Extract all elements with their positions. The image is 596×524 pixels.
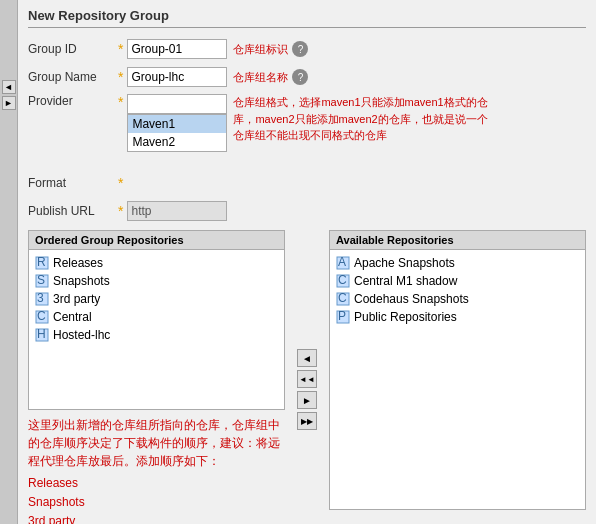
move-right-btn[interactable]: ►	[297, 391, 317, 409]
group-name-required: *	[118, 69, 123, 85]
group-id-input[interactable]	[127, 39, 227, 59]
format-label: Format	[28, 176, 118, 190]
provider-input[interactable]	[127, 94, 227, 114]
available-repo-apache[interactable]: A Apache Snapshots	[334, 254, 581, 272]
provider-row: Provider * Maven1 Maven2 仓库组格式，选择maven1只…	[28, 94, 586, 144]
group-name-hint: 仓库组名称	[233, 70, 288, 84]
available-panel-body: A Apache Snapshots C Central M1 shadow C…	[330, 250, 585, 390]
repo-icon-hosted-lhc: H	[35, 328, 49, 342]
provider-required: *	[118, 94, 123, 110]
repo-icon-apache: A	[336, 256, 350, 270]
group-id-hint: 仓库组标识	[233, 42, 288, 56]
main-content: New Repository Group Group ID * 仓库组标识 ? …	[18, 0, 596, 524]
page-title: New Repository Group	[28, 8, 586, 28]
svg-text:C: C	[338, 292, 347, 305]
available-repo-codehaus[interactable]: C Codehaus Snapshots	[334, 290, 581, 308]
move-all-left-btn[interactable]: ◄◄	[297, 370, 317, 388]
repo-icon-3rdparty: 3	[35, 292, 49, 306]
available-panel-header: Available Repositories	[330, 231, 585, 250]
repo-icon-codehaus: C	[336, 292, 350, 306]
available-panel-container: Available Repositories A Apache Snapshot…	[329, 230, 586, 525]
repositories-panels: Ordered Group Repositories R Releases S …	[28, 230, 586, 525]
ordered-repo-3rdparty[interactable]: 3 3rd party	[33, 290, 280, 308]
ordered-repo-releases[interactable]: R Releases	[33, 254, 280, 272]
ordered-repo-snapshots[interactable]: S Snapshots	[33, 272, 280, 290]
ordered-panel-header: Ordered Group Repositories	[29, 231, 284, 250]
provider-hint: 仓库组格式，选择maven1只能添加maven1格式的仓库，maven2只能添加…	[233, 94, 493, 144]
svg-text:C: C	[338, 274, 347, 287]
format-row: Format *	[28, 172, 586, 194]
publish-url-input[interactable]	[127, 201, 227, 221]
publish-url-required: *	[118, 203, 123, 219]
ordered-add-order: Releases Snapshots 3rd party Cental	[28, 474, 285, 525]
transfer-buttons: ◄ ◄◄ ► ▶▶	[293, 230, 321, 525]
provider-label: Provider	[28, 94, 118, 108]
ordered-repo-hosted-lhc[interactable]: H Hosted-lhc	[33, 326, 280, 344]
svg-text:3: 3	[37, 292, 44, 305]
left-sidebar: ◄ ►	[0, 0, 18, 524]
format-maven2-option[interactable]: Maven2	[128, 133, 226, 151]
move-left-btn[interactable]: ◄	[297, 349, 317, 367]
ordered-panel-body: R Releases S Snapshots 3 3rd party C	[29, 250, 284, 390]
repo-icon-snapshots: S	[35, 274, 49, 288]
format-required: *	[118, 175, 123, 191]
publish-url-row: Publish URL *	[28, 200, 586, 222]
group-name-help-icon[interactable]: ?	[292, 69, 308, 85]
group-id-help-icon[interactable]: ?	[292, 41, 308, 57]
repo-icon-central-m1: C	[336, 274, 350, 288]
group-id-row: Group ID * 仓库组标识 ?	[28, 38, 586, 60]
group-name-row: Group Name * 仓库组名称 ?	[28, 66, 586, 88]
available-panel: Available Repositories A Apache Snapshot…	[329, 230, 586, 511]
available-repo-central-m1[interactable]: C Central M1 shadow	[334, 272, 581, 290]
ordered-panel-container: Ordered Group Repositories R Releases S …	[28, 230, 285, 525]
repo-icon-public: P	[336, 310, 350, 324]
svg-text:P: P	[338, 310, 346, 323]
ordered-panel: Ordered Group Repositories R Releases S …	[28, 230, 285, 410]
ordered-annotation: 这里列出新增的仓库组所指向的仓库，仓库组中的仓库顺序决定了下载构件的顺序，建议：…	[28, 416, 285, 470]
ordered-repo-central[interactable]: C Central	[33, 308, 280, 326]
svg-text:R: R	[37, 256, 46, 269]
group-name-label: Group Name	[28, 70, 118, 84]
repo-icon-central: C	[35, 310, 49, 324]
provider-dropdown: Maven1 Maven2	[127, 114, 227, 152]
group-id-required: *	[118, 41, 123, 57]
svg-text:H: H	[37, 328, 46, 341]
available-hint: 已经存在的符合格式的仓库	[329, 510, 586, 524]
sidebar-expand-btn[interactable]: ►	[2, 96, 16, 110]
group-id-label: Group ID	[28, 42, 118, 56]
move-all-right-btn[interactable]: ▶▶	[297, 412, 317, 430]
svg-text:A: A	[338, 256, 346, 269]
sidebar-collapse-btn[interactable]: ◄	[2, 80, 16, 94]
format-maven1-option[interactable]: Maven1	[128, 115, 226, 133]
available-repo-public[interactable]: P Public Repositories	[334, 308, 581, 326]
publish-url-label: Publish URL	[28, 204, 118, 218]
group-name-input[interactable]	[127, 67, 227, 87]
repo-icon-releases: R	[35, 256, 49, 270]
svg-text:S: S	[37, 274, 45, 287]
svg-text:C: C	[37, 310, 46, 323]
